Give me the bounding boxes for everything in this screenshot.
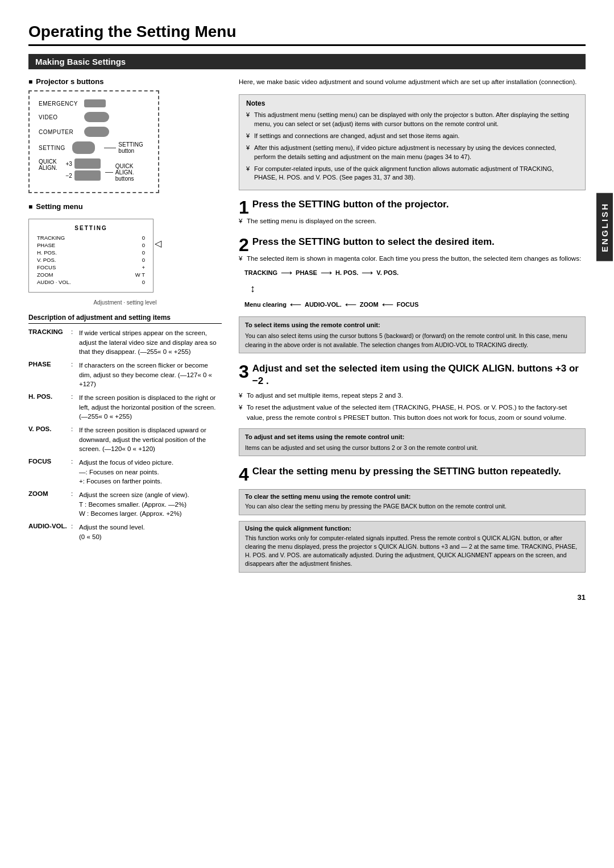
notes-item-1: This adjustment menu (setting menu) can … (246, 111, 578, 129)
flow-arrow-3: ⟶ (362, 267, 373, 279)
setting-button-arrow-label: SETTING button (118, 141, 149, 154)
minus2-label: −2 (65, 173, 72, 179)
step-1-bullet-1: The setting menu is displayed on the scr… (239, 216, 586, 226)
desc-row-audiovol: AUDIO-VOL. : Adjust the sound level.(0 «… (28, 523, 222, 541)
quick-align-arrow-label: QUICK ALIGN. buttons (115, 163, 149, 182)
step-2-block: 2 Press the SETTING button to select the… (239, 236, 586, 353)
english-sidebar: ENGLISH (596, 193, 613, 261)
section-header: Making Basic Settings (28, 54, 586, 69)
desc-section-title: Description of adjustment and setting it… (28, 314, 222, 324)
flow-arrow-1: ⟶ (281, 267, 292, 279)
menu-title: SETTING (37, 225, 145, 231)
step-2-number: 2 (239, 236, 249, 254)
memo-step2-title: To select items using the remote control… (245, 320, 579, 330)
menu-item-vpos: V. POS.0 (37, 257, 145, 263)
memo-step4a: To clear the setting menu using the remo… (239, 489, 586, 515)
video-label: VIDEO (39, 114, 84, 120)
desc-row-hpos: H. POS. : If the screen position is disp… (28, 393, 222, 422)
setting-button-shape (72, 141, 95, 154)
desc-row-focus: FOCUS : Adjust the focus of video pictur… (28, 458, 222, 486)
emergency-button-shape (84, 99, 106, 107)
memo-step2-text: You can also select items using the curs… (245, 332, 579, 349)
menu-item-focus: FOCUS+ (37, 264, 145, 270)
notes-box: Notes This adjustment menu (setting menu… (239, 94, 586, 191)
step-2-title: Press the SETTING button to select the d… (239, 236, 586, 248)
memo-step3-text: Items can be adjusted and set using the … (245, 444, 579, 452)
emergency-label: EMERGENCY (39, 101, 84, 107)
computer-button-shape (84, 127, 109, 137)
step-3-bullet-2: To reset the adjustment value of the sel… (239, 403, 586, 423)
step-3-bullet-1: To adjust and set multiple items, repeat… (239, 391, 586, 400)
menu-item-tracking: TRACKING0 (37, 235, 145, 241)
flow-arrow-6: ⟵ (382, 299, 393, 311)
flow-arrow-5: ⟵ (345, 299, 356, 311)
memo-step4b-title: Using the quick alignment function: (245, 525, 579, 532)
step-3-block: 3 Adjust and set the selected item using… (239, 362, 586, 457)
notes-item-3: After this adjustment (setting menu), if… (246, 144, 578, 162)
align-label: ALIGN. (39, 165, 57, 171)
intro-text: Here, we make basic video adjustment and… (239, 77, 586, 87)
desc-row-tracking: TRACKING : If wide vertical stripes appe… (28, 328, 222, 357)
page-title: Operating the Setting Menu (28, 23, 586, 46)
plus3-label: +3 (65, 161, 72, 167)
flow-menu-clearing: Menu clearing (244, 300, 287, 310)
step-4-block: 4 Clear the setting menu by pressing the… (239, 465, 586, 572)
setting-menu-diagram: SETTING TRACKING0 PHASE0 H. POS.0 (28, 219, 154, 293)
flow-vpos: V. POS. (376, 268, 399, 278)
flow-arrow-4: ⟵ (290, 299, 301, 311)
desc-row-vpos: V. POS. : If the screen position is disp… (28, 425, 222, 454)
desc-row-phase: PHASE : If characters on the screen flic… (28, 361, 222, 389)
notes-title: Notes (246, 99, 578, 107)
step-1-block: 1 Press the SETTING button of the projec… (239, 198, 586, 226)
step-2-bullet-1: The selected item is shown in magenta co… (239, 254, 586, 264)
flow-phase: PHASE (296, 268, 317, 278)
notes-item-2: If settings and connections are changed,… (246, 132, 578, 141)
menu-item-zoom: ZOOMW T (37, 272, 145, 278)
memo-step4a-text: You can also clear the setting menu by p… (245, 502, 579, 511)
desc-row-zoom: ZOOM : Adjust the screen size (angle of … (28, 490, 222, 519)
minus2-button-shape (74, 170, 101, 181)
memo-step2: To select items using the remote control… (239, 316, 586, 353)
menu-item-phase: PHASE0 (37, 242, 145, 248)
quick-label: QUICK (39, 158, 57, 165)
projector-buttons-title: Projector s buttons (28, 77, 222, 86)
memo-step3: To adjust and set items using the remote… (239, 428, 586, 457)
step-1-title: Press the SETTING button of the projecto… (239, 198, 586, 211)
memo-step4a-title: To clear the setting menu using the remo… (245, 493, 579, 500)
setting-menu-title: Setting menu (28, 202, 222, 211)
flow-down-arrow: ↕ (250, 281, 255, 297)
memo-step4b-text: This function works only for computer-re… (245, 534, 579, 569)
flow-zoom: ZOOM (360, 300, 379, 310)
flow-hpos: H. POS. (335, 268, 358, 278)
computer-label: COMPUTER (39, 129, 84, 135)
notes-item-4: For computer-related inputs, use of the … (246, 165, 578, 183)
video-button-shape (84, 112, 109, 122)
step-4-number: 4 (239, 465, 249, 483)
plus3-button-shape (74, 158, 101, 169)
flow-audio-vol: AUDIO-VOL. (305, 300, 342, 310)
projector-diagram: EMERGENCY VIDEO COMPUTER SETTING (28, 90, 159, 193)
step-4-title: Clear the setting menu by pressing the S… (239, 465, 586, 478)
page-number: 31 (28, 593, 586, 602)
step-1-number: 1 (239, 198, 249, 216)
flow-focus: FOCUS (397, 300, 419, 310)
memo-step3-title: To adjust and set items using the remote… (245, 432, 579, 442)
step-3-title: Adjust and set the selected item using t… (239, 362, 586, 387)
menu-item-hpos: H. POS.0 (37, 249, 145, 256)
step-3-number: 3 (239, 362, 249, 381)
flow-tracking: TRACKING (244, 268, 277, 278)
setting-label: SETTING (39, 145, 72, 151)
menu-item-audio: AUDIO · VOL.0 (37, 279, 145, 285)
menu-pointer-icon: ◁ (155, 238, 161, 249)
memo-step4b: Using the quick alignment function: This… (239, 521, 586, 573)
diagram-caption: Adjustment · setting level (28, 299, 222, 306)
flow-arrow-2: ⟶ (321, 267, 332, 279)
